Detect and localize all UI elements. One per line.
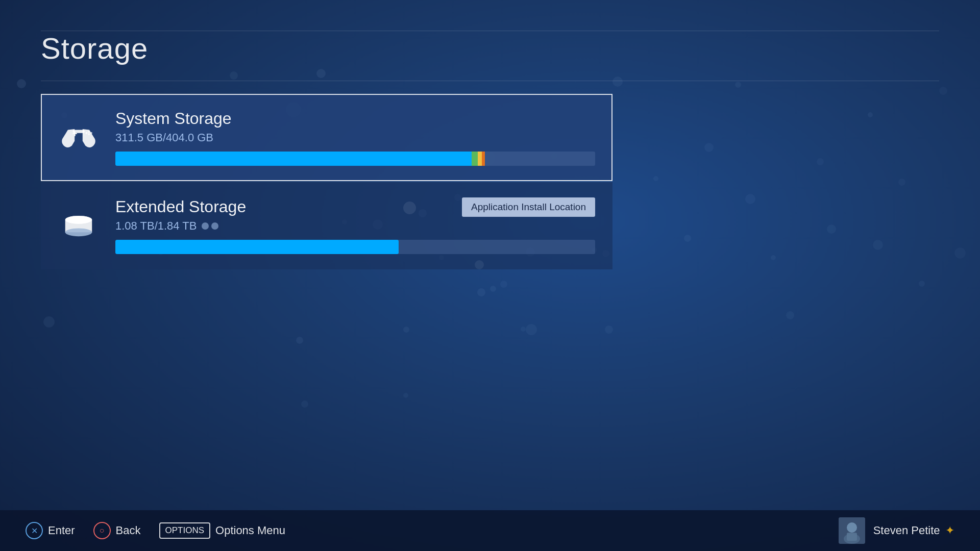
dot-2 — [211, 222, 218, 230]
segment-yellow — [478, 152, 482, 166]
cross-button-icon: ✕ — [26, 522, 43, 539]
storage-list: System Storage 311.5 GB/404.0 GB — [41, 94, 612, 269]
system-storage-size: 311.5 GB/404.0 GB — [115, 131, 595, 144]
system-storage-name: System Storage — [115, 109, 595, 128]
options-button[interactable]: OPTIONS Options Menu — [159, 522, 285, 539]
svg-rect-14 — [847, 533, 857, 541]
options-label: Options Menu — [215, 524, 285, 537]
app-install-badge: Application Install Location — [462, 197, 595, 217]
svg-rect-2 — [72, 133, 77, 134]
extended-storage-bar-fill — [115, 240, 399, 254]
system-bar-segments — [472, 152, 485, 166]
user-name-container: Steven Petite ✦ — [873, 524, 954, 537]
svg-point-4 — [88, 131, 90, 133]
user-name: Steven Petite — [873, 524, 940, 537]
enter-label: Enter — [48, 524, 75, 537]
size-dots — [202, 222, 218, 230]
options-key-label: OPTIONS — [159, 522, 211, 539]
main-content: Storage System — [0, 0, 980, 269]
dot-1 — [202, 222, 209, 230]
segment-orange — [482, 152, 485, 166]
system-storage-bar-container — [115, 152, 595, 166]
extended-storage-icon — [58, 206, 99, 246]
svg-point-10 — [65, 215, 92, 223]
svg-point-9 — [65, 228, 92, 236]
svg-point-3 — [86, 132, 88, 134]
extended-storage-size: 1.08 TB/1.84 TB — [115, 219, 595, 233]
system-storage-info: System Storage 311.5 GB/404.0 GB — [115, 109, 595, 166]
ps-plus-icon: ✦ — [945, 524, 954, 537]
segment-green — [472, 152, 478, 166]
back-label: Back — [116, 524, 141, 537]
bottom-controls: ✕ Enter ○ Back OPTIONS Options Menu — [26, 522, 839, 539]
extended-storage-item[interactable]: Extended Storage 1.08 TB/1.84 TB Applica… — [41, 182, 612, 269]
user-section: Steven Petite ✦ — [839, 517, 954, 544]
system-storage-item[interactable]: System Storage 311.5 GB/404.0 GB — [41, 94, 612, 181]
svg-point-6 — [90, 132, 92, 134]
user-avatar — [839, 517, 865, 544]
page-title: Storage — [41, 31, 939, 65]
svg-point-5 — [88, 133, 90, 135]
enter-button[interactable]: ✕ Enter — [26, 522, 75, 539]
system-storage-icon — [58, 117, 99, 158]
svg-point-12 — [847, 522, 857, 533]
circle-button-icon: ○ — [93, 522, 111, 539]
extended-storage-bar-container — [115, 240, 595, 254]
system-storage-bar-fill — [115, 152, 485, 166]
bottom-bar: ✕ Enter ○ Back OPTIONS Options Menu Stev… — [0, 510, 980, 551]
back-button[interactable]: ○ Back — [93, 522, 141, 539]
title-underline — [41, 81, 939, 81]
